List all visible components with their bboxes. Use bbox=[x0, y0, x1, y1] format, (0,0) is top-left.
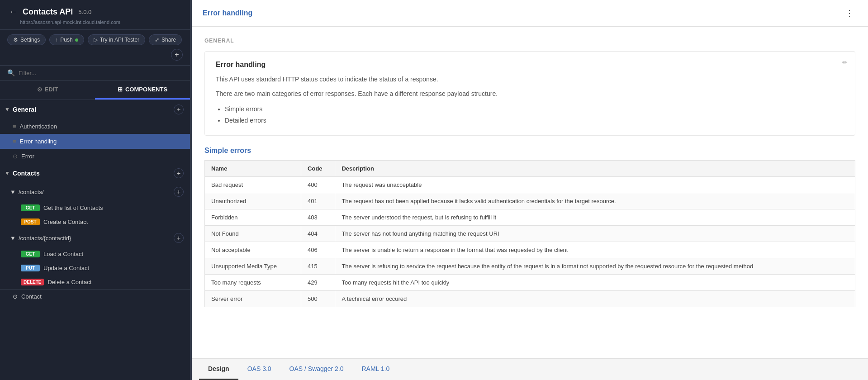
try-icon: ▷ bbox=[94, 37, 98, 43]
endpoint-get-contacts[interactable]: GET Get the list of Contacts bbox=[0, 201, 190, 215]
list-item-simple: Simple errors bbox=[225, 104, 844, 115]
error-handling-label: Error handling bbox=[20, 138, 57, 145]
table-header-description: Description bbox=[335, 161, 855, 177]
contacts-id-label: /contacts/{contactid} bbox=[19, 235, 71, 242]
table-row: Bad request400The request was unacceptab… bbox=[205, 177, 855, 193]
sidebar-header: ← Contacts API 5.0.0 https://assossn.api… bbox=[0, 0, 190, 30]
table-row: Unauthorized401The request has not been … bbox=[205, 193, 855, 209]
cell-code: 406 bbox=[301, 242, 335, 258]
contacts-chevron-icon: ▼ bbox=[5, 170, 10, 176]
post-badge: POST bbox=[21, 218, 40, 225]
error-handling-card: Error handling ✏ This API uses standard … bbox=[204, 51, 855, 136]
push-icon: ↑ bbox=[55, 37, 58, 43]
api-url: https://assossn.api-mock.int.cloud.talen… bbox=[20, 19, 183, 25]
cell-code: 401 bbox=[301, 193, 335, 209]
contacts-id-add-button[interactable]: + bbox=[174, 233, 184, 243]
table-row: Not Found404The server has not found any… bbox=[205, 226, 855, 242]
card-paragraph-2: There are two main categories of error r… bbox=[216, 89, 844, 99]
cell-description: The server is unable to return a respons… bbox=[335, 242, 855, 258]
sidebar-item-contact[interactable]: ⊙ Contact bbox=[0, 289, 190, 304]
main-content: Error handling ⋮ GENERAL Error handling … bbox=[192, 0, 868, 380]
card-list: Simple errors Detailed errors bbox=[216, 104, 844, 126]
edit-icon[interactable]: ✏ bbox=[842, 59, 848, 66]
sidebar-nav: ▼ General + ≡ Authentication ≡ Error han… bbox=[0, 100, 190, 380]
tab-oas-swagger[interactable]: OAS / Swagger 2.0 bbox=[280, 359, 353, 380]
contacts-section-label: Contacts bbox=[13, 170, 40, 177]
table-row: Forbidden403The server understood the re… bbox=[205, 209, 855, 226]
share-button[interactable]: ⤢ Share bbox=[149, 34, 182, 45]
endpoint-delete-contact[interactable]: DELETE Delete a Contact bbox=[0, 275, 190, 289]
main-header-actions: ⋮ bbox=[842, 7, 857, 19]
cell-description: The server has not found anything matchi… bbox=[335, 226, 855, 242]
try-label: Try in API Tester bbox=[100, 37, 139, 43]
tab-edit[interactable]: ⊙ EDIT bbox=[0, 81, 95, 100]
add-button[interactable]: + bbox=[171, 49, 183, 61]
cell-name: Server error bbox=[205, 291, 301, 307]
put-badge: PUT bbox=[21, 265, 40, 271]
general-chevron-icon: ▼ bbox=[5, 106, 10, 113]
contacts-root-label: /contacts/ bbox=[19, 189, 44, 195]
cell-code: 500 bbox=[301, 291, 335, 307]
tab-oas3[interactable]: OAS 3.0 bbox=[238, 359, 280, 380]
tab-design[interactable]: Design bbox=[199, 359, 238, 380]
edit-tab-label: EDIT bbox=[45, 86, 58, 93]
main-body: GENERAL Error handling ✏ This API uses s… bbox=[192, 27, 868, 358]
tab-raml[interactable]: RAML 1.0 bbox=[352, 359, 398, 380]
get-contact-label: Load a Contact bbox=[43, 251, 83, 257]
bottom-tabs: Design OAS 3.0 OAS / Swagger 2.0 RAML 1.… bbox=[192, 358, 868, 380]
sidebar-item-error-handling[interactable]: ≡ Error handling bbox=[0, 134, 190, 149]
push-status-dot bbox=[75, 38, 78, 42]
subsection-contacts-id[interactable]: ▼ /contacts/{contactid} + bbox=[0, 229, 190, 247]
api-title: Contacts API bbox=[23, 7, 73, 17]
main-title: Error handling bbox=[203, 9, 252, 17]
main-header: Error handling ⋮ bbox=[192, 0, 868, 27]
components-tab-label: COMPONENTS bbox=[125, 86, 167, 93]
push-button[interactable]: ↑ Push bbox=[49, 34, 84, 45]
table-row: Server error500A technical error occured bbox=[205, 291, 855, 307]
table-row: Too many requests429Too many requests hi… bbox=[205, 275, 855, 291]
contacts-add-button[interactable]: + bbox=[174, 168, 184, 178]
try-api-tester-button[interactable]: ▷ Try in API Tester bbox=[88, 34, 145, 45]
cell-description: The request was unacceptable bbox=[335, 177, 855, 193]
cell-code: 429 bbox=[301, 275, 335, 291]
get-contacts-label: Get the list of Contacts bbox=[43, 204, 103, 211]
section-contacts[interactable]: ▼ Contacts + bbox=[0, 164, 190, 183]
cell-code: 403 bbox=[301, 209, 335, 226]
endpoint-put-contact[interactable]: PUT Update a Contact bbox=[0, 261, 190, 275]
push-label: Push bbox=[60, 37, 72, 43]
contacts-root-add-button[interactable]: + bbox=[174, 187, 184, 197]
put-contact-label: Update a Contact bbox=[43, 265, 89, 271]
section-general[interactable]: ▼ General + bbox=[0, 100, 190, 119]
authentication-label: Authentication bbox=[20, 123, 57, 130]
sidebar-actions: ⚙ Settings ↑ Push ▷ Try in API Tester ⤢ … bbox=[0, 30, 190, 66]
search-input[interactable] bbox=[19, 70, 183, 76]
share-icon: ⤢ bbox=[155, 37, 159, 43]
delete-badge: DELETE bbox=[21, 279, 44, 285]
cell-name: Too many requests bbox=[205, 275, 301, 291]
api-version: 5.0.0 bbox=[78, 9, 91, 15]
simple-errors-title: Simple errors bbox=[204, 147, 855, 155]
general-add-button[interactable]: + bbox=[174, 104, 184, 114]
delete-contact-label: Delete a Contact bbox=[47, 279, 91, 285]
settings-button[interactable]: ⚙ Settings bbox=[7, 34, 46, 45]
cell-description: The server understood the request, but i… bbox=[335, 209, 855, 226]
cell-name: Not Found bbox=[205, 226, 301, 242]
components-tab-icon: ⊞ bbox=[118, 86, 123, 93]
more-options-button[interactable]: ⋮ bbox=[842, 7, 857, 19]
cell-code: 400 bbox=[301, 177, 335, 193]
cell-name: Unauthorized bbox=[205, 193, 301, 209]
endpoint-post-contacts[interactable]: POST Create a Contact bbox=[0, 215, 190, 229]
contact-icon: ⊙ bbox=[13, 293, 18, 300]
back-button[interactable]: ← bbox=[7, 6, 19, 18]
edit-tab-icon: ⊙ bbox=[37, 86, 42, 93]
endpoint-get-contact[interactable]: GET Load a Contact bbox=[0, 247, 190, 261]
section-general-label: GENERAL bbox=[204, 38, 855, 44]
tab-components[interactable]: ⊞ COMPONENTS bbox=[95, 81, 190, 100]
sidebar: ← Contacts API 5.0.0 https://assossn.api… bbox=[0, 0, 190, 380]
error-label: Error bbox=[21, 153, 34, 160]
cell-description: The server is refusing to service the re… bbox=[335, 258, 855, 275]
sidebar-item-error[interactable]: ⊙ Error bbox=[0, 149, 190, 164]
error-handling-icon: ≡ bbox=[13, 138, 16, 145]
sidebar-item-authentication[interactable]: ≡ Authentication bbox=[0, 119, 190, 134]
subsection-contacts-root[interactable]: ▼ /contacts/ + bbox=[0, 183, 190, 201]
